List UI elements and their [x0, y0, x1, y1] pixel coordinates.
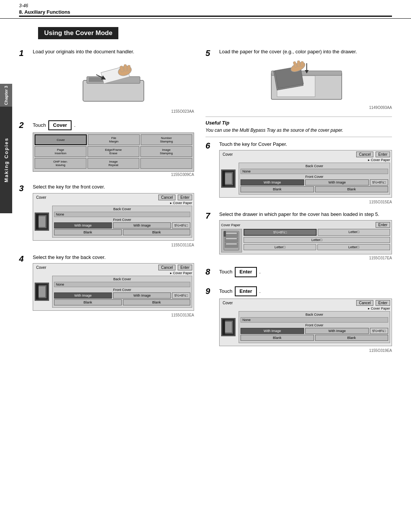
- menu-file-margin[interactable]: FileMargin: [88, 134, 139, 145]
- drawer-letter4-btn[interactable]: Letter□: [317, 244, 390, 250]
- svg-rect-11: [36, 214, 38, 229]
- step-6-size[interactable]: 5½×8½□: [370, 179, 388, 185]
- step-4-number: 4: [19, 254, 30, 317]
- step-9-options-row2: Blank Blank: [241, 335, 388, 341]
- step-2-caption: 1155O309CA: [33, 173, 194, 177]
- step-7-content: Select the drawer in which paper for the…: [219, 211, 392, 260]
- step-9-enter-btn[interactable]: Enter: [376, 300, 390, 306]
- step-3-with-image2[interactable]: With Image: [113, 222, 171, 228]
- step-3-cancel-btn[interactable]: Cancel: [158, 195, 175, 200]
- step-7-panel: Cover Paper Enter: [219, 220, 392, 254]
- step-9-content: Touch Enter . Cover Cancel Enter: [219, 286, 392, 353]
- step-2-prefix: Touch: [33, 122, 46, 128]
- step-3-caption: 1155O311EA: [33, 243, 194, 247]
- step-7-panel-header: Cover Paper Enter: [221, 222, 390, 228]
- step-9-text: Touch Enter .: [219, 286, 392, 296]
- svg-rect-34: [226, 233, 237, 234]
- step-9-with-image2[interactable]: With Image: [305, 328, 369, 334]
- step-6-with-image2[interactable]: With Image: [305, 179, 369, 185]
- menu-row-2: PageInsertion Edge/FrameErase ImageStamp…: [35, 146, 192, 157]
- drawer-letter2-btn[interactable]: Letter□: [244, 237, 390, 243]
- step-6-caption: 1155O315EA: [219, 200, 392, 204]
- drawer-letter3-btn[interactable]: Letter□: [244, 244, 316, 250]
- step-7-drawer-area: 5½×8½□ Letter□ Letter□ Letter□ Letter□: [221, 229, 390, 252]
- step-9-cancel-btn[interactable]: Cancel: [356, 300, 373, 306]
- step-8-button: Enter: [235, 267, 256, 277]
- step-4-blank2[interactable]: Blank: [123, 299, 191, 305]
- page-title: Using the Cover Mode: [38, 27, 118, 39]
- step-6-back-cover-sub: Back Cover None Front Cover With Image W…: [239, 163, 390, 195]
- step-4-with-image2[interactable]: With Image: [113, 292, 171, 299]
- step-6-blank2[interactable]: Blank: [315, 186, 389, 192]
- step-7-enter-btn[interactable]: Enter: [376, 222, 390, 228]
- menu-page-insertion[interactable]: PageInsertion: [35, 146, 86, 157]
- step-4-blank1[interactable]: Blank: [54, 299, 122, 305]
- step-4-cancel-btn[interactable]: Cancel: [158, 265, 175, 270]
- step-3-content: Select the key for the front cover. Cove…: [33, 184, 194, 247]
- step-4-with-image1[interactable]: With Image: [54, 292, 112, 299]
- menu-cover[interactable]: Cover: [35, 134, 87, 145]
- step-9-with-image1[interactable]: With Image: [241, 328, 304, 334]
- step-6-content: Touch the key for Cover Paper. Cover Can…: [219, 141, 392, 204]
- svg-rect-6: [124, 64, 127, 72]
- step-6-with-image1[interactable]: With Image: [241, 179, 304, 185]
- step-3-size[interactable]: 5½×8½□: [172, 222, 190, 228]
- svg-rect-15: [36, 284, 38, 299]
- step-9-options-row1: With Image With Image 5½×8½□: [241, 328, 388, 334]
- step-5: 5 Load the paper for the cover (e.g., co…: [206, 48, 392, 110]
- menu-image-stamping[interactable]: ImageStamping: [140, 146, 192, 157]
- page-header: 3-46 8. Auxiliary Functions: [0, 0, 411, 19]
- step-4-caption: 1155O313EA: [33, 313, 194, 317]
- step-4-enter-btn[interactable]: Enter: [178, 265, 192, 270]
- drawer-letter1-btn[interactable]: Letter□: [318, 229, 390, 236]
- svg-rect-40: [225, 322, 232, 332]
- svg-rect-41: [223, 320, 225, 335]
- step-9-size[interactable]: 5½×8½□: [370, 328, 388, 334]
- drawer-size1-btn[interactable]: 5½×8½□: [244, 229, 317, 236]
- step-6-enter-btn[interactable]: Enter: [376, 152, 390, 157]
- step-1: 1 Load your originals into the document …: [19, 48, 194, 113]
- step-5-text: Load the paper for the cover (e.g., colo…: [219, 48, 392, 55]
- step-7-panel-title: Cover Paper: [221, 223, 241, 227]
- step-1-text: Load your originals into the document ha…: [33, 48, 194, 55]
- step-6-cover-icon: [221, 169, 236, 188]
- step-3-front-cover-label: Front Cover: [54, 218, 190, 222]
- drawer-icon: [221, 229, 242, 252]
- menu-ohp[interactable]: OHP Inter-leaving: [35, 158, 86, 169]
- step-4-none: None: [54, 282, 190, 287]
- step-1-illustration: [33, 58, 194, 107]
- step-2-button: Cover: [48, 120, 72, 130]
- step-9: 9 Touch Enter . Cover Cancel Enter: [206, 286, 392, 353]
- step-2-suffix: .: [74, 122, 76, 128]
- menu-edge-frame[interactable]: Edge/FrameErase: [88, 146, 139, 157]
- step-9-blank1[interactable]: Blank: [241, 335, 314, 341]
- step-7: 7 Select the drawer in which paper for t…: [206, 211, 392, 260]
- step-3-blank2[interactable]: Blank: [123, 229, 191, 235]
- step-3-back-cover-label: Back Cover: [54, 207, 190, 211]
- step-4-cover-icon: [35, 283, 49, 301]
- step-6-options-row1: With Image With Image 5½×8½□: [241, 179, 388, 185]
- chapter-tab: Chapter 3: [0, 84, 12, 107]
- menu-image-repeat[interactable]: ImageRepeat: [88, 158, 139, 169]
- menu-number-stamping[interactable]: NumberStamping: [141, 134, 192, 145]
- step-6-cancel-btn[interactable]: Cancel: [356, 152, 373, 157]
- step-3-with-image1[interactable]: With Image: [54, 222, 112, 228]
- step-3-blank1[interactable]: Blank: [54, 229, 122, 235]
- step-3-enter-btn[interactable]: Enter: [178, 195, 192, 200]
- step-9-panel-row: Back Cover None Front Cover With Image W…: [221, 311, 390, 343]
- step-9-back-cover-sub: Back Cover None Front Cover With Image W…: [239, 311, 390, 343]
- step-9-blank2[interactable]: Blank: [315, 335, 389, 341]
- step-6-blank1[interactable]: Blank: [241, 186, 314, 192]
- step-8-prefix: Touch: [219, 269, 233, 275]
- drawer-options: 5½×8½□ Letter□ Letter□ Letter□ Letter□: [244, 229, 390, 252]
- useful-tip-title: Useful Tip: [206, 120, 392, 126]
- step-9-panel-title: Cover: [221, 300, 234, 305]
- step-9-button: Enter: [235, 286, 256, 296]
- step-4-panel-header: Cover Cancel Enter: [35, 265, 192, 270]
- step-4-panel-title: Cover: [35, 265, 48, 270]
- step-4-panel-buttons: Cancel Enter: [157, 265, 192, 270]
- step-2: 2 Touch Cover . Cover FileMargin NumberS…: [19, 120, 194, 177]
- step-3-panel-title: Cover: [35, 195, 48, 200]
- making-copies-label: Making Copies: [3, 137, 9, 182]
- step-4-size[interactable]: 5½×8½□: [172, 292, 190, 299]
